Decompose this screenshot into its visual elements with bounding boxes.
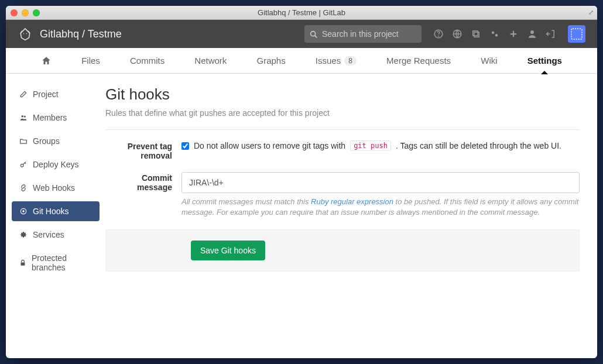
sidebar-item-project[interactable]: Project (12, 84, 100, 104)
svg-point-9 (492, 32, 495, 35)
nav-merge-requests[interactable]: Merge Requests (386, 48, 451, 74)
svg-point-10 (495, 34, 498, 37)
app-window: Gitlabhq / Testme | GitLab ⤢ Gitlabhq / … (6, 6, 597, 358)
nav-network[interactable]: Network (194, 48, 227, 74)
svg-rect-14 (571, 29, 582, 39)
key-icon (19, 160, 28, 169)
zoom-window-button[interactable] (33, 9, 40, 16)
sidebar-item-label: Groups (33, 136, 60, 146)
svg-point-0 (23, 33, 25, 35)
svg-rect-7 (474, 32, 479, 37)
divider (105, 129, 580, 130)
topbar-actions (433, 25, 585, 43)
svg-line-3 (315, 36, 317, 38)
nav-issues[interactable]: Issues 8 (316, 48, 357, 74)
traffic-lights (11, 9, 40, 16)
sidebar-item-deploy-keys[interactable]: Deploy Keys (12, 154, 100, 174)
page-title: Git hooks (105, 85, 580, 104)
nav-settings[interactable]: Settings (527, 48, 562, 74)
commit-message-label: Commit message (105, 172, 181, 218)
commit-help-text: All commit messages must match this Ruby… (181, 197, 580, 218)
nav-home[interactable] (41, 48, 52, 74)
sidebar-item-label: Deploy Keys (33, 160, 79, 169)
sidebar-item-web-hooks[interactable]: Web Hooks (12, 178, 100, 198)
svg-point-16 (24, 116, 26, 118)
prevent-tag-row: Prevent tag removal Do not allow users t… (105, 140, 580, 160)
link-icon (19, 184, 28, 192)
search-icon (309, 29, 318, 39)
help-icon[interactable] (433, 29, 444, 39)
sidebar-item-label: Web Hooks (33, 183, 75, 193)
svg-point-17 (20, 164, 23, 167)
search-input[interactable] (304, 25, 422, 43)
sidebar-item-services[interactable]: Services (12, 225, 100, 245)
sidebar-item-git-hooks[interactable]: Git Hooks (12, 201, 100, 221)
nav-wiki[interactable]: Wiki (481, 48, 497, 74)
close-window-button[interactable] (11, 9, 18, 16)
nav-commits[interactable]: Commits (130, 48, 165, 74)
sidebar-item-label: Services (33, 230, 64, 239)
main-panel: Git hooks Rules that define what git pus… (105, 74, 597, 358)
sidebar-item-groups[interactable]: Groups (12, 131, 100, 151)
form-actions: Save Git hooks (105, 229, 580, 272)
plus-icon[interactable] (508, 29, 519, 39)
window-chrome: Gitlabhq / Testme | GitLab ⤢ (6, 6, 597, 20)
svg-point-2 (311, 32, 316, 36)
prevent-tag-checkbox[interactable] (181, 142, 189, 150)
sidebar-item-label: Protected branches (32, 253, 92, 272)
avatar[interactable] (568, 25, 585, 43)
lock-icon (19, 259, 27, 267)
sidebar-item-label: Members (33, 113, 67, 122)
gear-icon (19, 231, 28, 239)
edit-icon (19, 90, 28, 98)
home-icon (41, 55, 52, 66)
user-icon[interactable] (527, 29, 537, 39)
prevent-tag-desc-pre: Do not allow users to remove git tags wi… (194, 141, 345, 150)
svg-point-13 (530, 30, 534, 34)
git-push-code: git push (350, 140, 391, 151)
users-icon (19, 114, 28, 122)
svg-point-5 (438, 36, 439, 37)
content: Project Members Groups Deploy Keys Web H… (6, 74, 597, 358)
settings-sidebar: Project Members Groups Deploy Keys Web H… (6, 74, 105, 358)
sidebar-item-label: Git Hooks (33, 207, 68, 216)
help-pre: All commit messages must match this (181, 197, 311, 206)
breadcrumb[interactable]: Gitlabhq / Testme (40, 28, 122, 40)
svg-rect-8 (473, 31, 478, 36)
gitlab-logo-icon[interactable] (18, 26, 33, 42)
search-wrap (304, 25, 422, 43)
sidebar-item-members[interactable]: Members (12, 108, 100, 128)
prevent-tag-check-line[interactable]: Do not allow users to remove git tags wi… (181, 140, 580, 151)
ruby-regex-link[interactable]: Ruby regular expression (311, 197, 393, 206)
gears-icon[interactable] (489, 29, 500, 39)
page-subtitle: Rules that define what git pushes are ac… (105, 108, 580, 118)
nav-graphs[interactable]: Graphs (256, 48, 285, 74)
project-nav: Files Commits Network Graphs Issues 8 Me… (6, 48, 597, 74)
save-button[interactable]: Save Git hooks (191, 241, 265, 260)
commit-message-row: Commit message All commit messages must … (105, 172, 580, 218)
folder-icon (19, 137, 28, 145)
globe-icon[interactable] (452, 29, 462, 39)
svg-point-19 (23, 211, 24, 212)
minimize-window-button[interactable] (22, 9, 29, 16)
nav-issues-label: Issues (316, 56, 341, 66)
commit-message-input[interactable] (181, 172, 580, 193)
topbar: Gitlabhq / Testme (6, 20, 597, 48)
sidebar-item-protected-branches[interactable]: Protected branches (12, 248, 100, 277)
svg-rect-20 (21, 262, 25, 265)
prevent-tag-label: Prevent tag removal (105, 140, 181, 160)
resize-grip-icon[interactable]: ⤢ (588, 9, 594, 16)
issues-count-badge: 8 (344, 56, 357, 66)
sidebar-item-label: Project (33, 90, 59, 99)
logout-icon[interactable] (546, 29, 556, 39)
target-icon (19, 207, 28, 215)
svg-point-1 (26, 33, 28, 35)
nav-files[interactable]: Files (81, 48, 100, 74)
window-title: Gitlabhq / Testme | GitLab (6, 8, 597, 17)
prevent-tag-desc-post: . Tags can still be deleted through the … (396, 141, 561, 150)
copy-icon[interactable] (471, 29, 481, 39)
svg-point-15 (22, 115, 24, 118)
